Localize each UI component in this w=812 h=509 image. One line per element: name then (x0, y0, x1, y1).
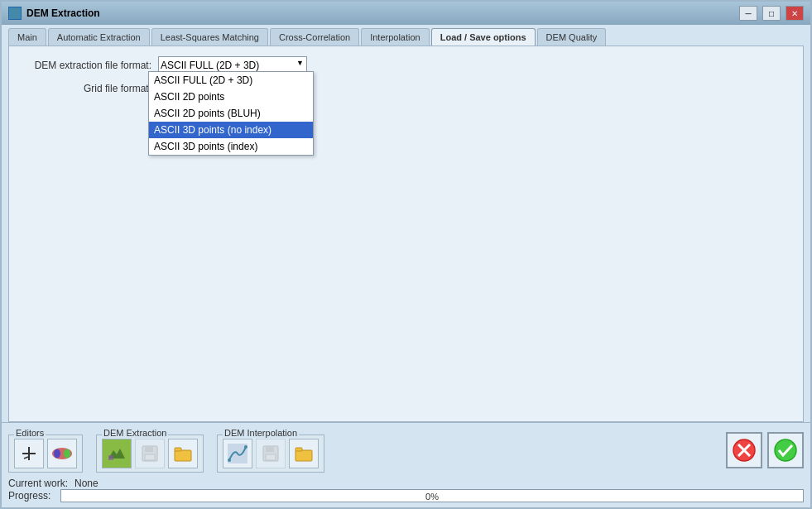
tab-least-squares[interactable]: Least-Squares Matching (151, 28, 268, 46)
dem-extraction-label: DEM Extraction (102, 428, 168, 438)
minimize-button[interactable]: ─ (739, 6, 757, 21)
svg-rect-9 (145, 446, 153, 452)
editors-toolbar: Editors (8, 435, 83, 473)
grid-format-row: Grid file format: (19, 83, 793, 94)
svg-rect-19 (295, 450, 312, 461)
dropdown-menu[interactable]: ASCII FULL (2D + 3D) ASCII 2D points ASC… (148, 71, 314, 156)
dem-interpolation-label: DEM Interpolation (223, 428, 299, 438)
dropdown-item-1[interactable]: ASCII 2D points (149, 89, 313, 105)
svg-rect-12 (175, 448, 181, 451)
interpolate-button[interactable] (223, 439, 252, 468)
dropdown-item-3[interactable]: ASCII 3D points (no index) (149, 122, 313, 138)
dropdown-item-4[interactable]: ASCII 3D points (index) (149, 138, 313, 155)
save-dem-button[interactable] (135, 439, 165, 468)
save-interp-button[interactable] (256, 439, 286, 468)
window-icon (8, 7, 22, 20)
close-button[interactable]: ✕ (786, 6, 804, 21)
extract-dem-button[interactable] (102, 439, 132, 468)
grid-format-label: Grid file format: (19, 83, 151, 94)
3d-view-button[interactable] (47, 439, 77, 468)
svg-point-24 (775, 439, 796, 461)
cancel-button[interactable] (726, 432, 762, 468)
tab-automatic-extraction[interactable]: Automatic Extraction (48, 28, 150, 46)
svg-rect-17 (266, 446, 274, 452)
tab-dem-quality[interactable]: DEM Quality (537, 28, 607, 46)
title-bar: DEM Extraction ─ □ ✕ (2, 2, 810, 25)
status-row: Current work: None (8, 478, 804, 489)
toolbars-row: Editors DEM (8, 428, 804, 473)
open-dem-button[interactable] (168, 439, 198, 468)
progress-bar: 0% (60, 489, 804, 502)
tab-load-save[interactable]: Load / Save options (431, 28, 536, 46)
current-work-label: Current work: (8, 478, 68, 489)
svg-rect-20 (295, 448, 302, 451)
editors-label: Editors (14, 428, 46, 438)
progress-label: Progress: (8, 490, 54, 502)
svg-rect-7 (108, 455, 113, 460)
dropdown-item-0[interactable]: ASCII FULL (2D + 3D) (149, 72, 313, 89)
svg-rect-10 (145, 454, 155, 460)
current-work-value: None (74, 478, 98, 489)
svg-point-4 (54, 449, 60, 459)
dem-format-label: DEM extraction file format: (19, 60, 151, 71)
tab-interpolation[interactable]: Interpolation (361, 28, 430, 46)
dem-format-row: DEM extraction file format: ASCII FULL (… (19, 56, 793, 74)
svg-line-2 (24, 457, 28, 459)
svg-rect-18 (266, 454, 276, 460)
dropdown-item-2[interactable]: ASCII 2D points (BLUH) (149, 105, 313, 122)
dem-extraction-toolbar: DEM Extraction (96, 435, 204, 473)
open-interp-button[interactable] (289, 439, 319, 468)
tabs-bar: Main Automatic Extraction Least-Squares … (2, 25, 810, 46)
tab-cross-correlation[interactable]: Cross-Correlation (270, 28, 359, 46)
confirm-group (726, 432, 804, 468)
tab-main[interactable]: Main (8, 28, 46, 46)
svg-point-15 (244, 445, 247, 449)
svg-point-5 (64, 449, 70, 459)
add-editor-button[interactable] (14, 439, 44, 468)
svg-rect-11 (175, 450, 191, 461)
bottom-bar: Editors DEM (2, 422, 810, 507)
progress-row: Progress: 0% (8, 489, 804, 502)
progress-text: 0% (61, 490, 803, 503)
ok-button[interactable] (767, 432, 804, 468)
main-content: DEM extraction file format: ASCII FULL (… (8, 46, 804, 422)
svg-rect-6 (107, 444, 127, 463)
window-title: DEM Extraction (26, 7, 734, 19)
dem-interpolation-toolbar: DEM Interpolation (217, 435, 324, 473)
main-window: DEM Extraction ─ □ ✕ Main Automatic Extr… (0, 0, 812, 509)
maximize-button[interactable]: □ (762, 6, 781, 21)
svg-point-14 (228, 459, 231, 462)
